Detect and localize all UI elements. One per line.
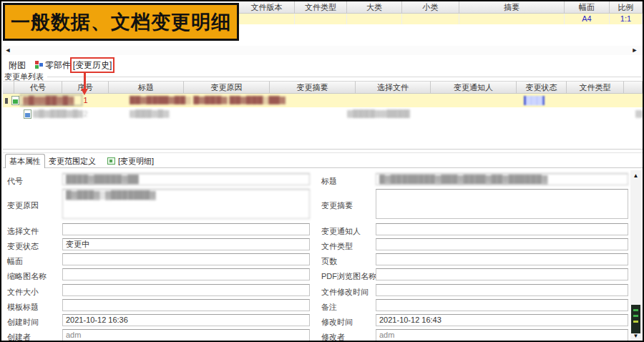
document-icon xyxy=(11,96,19,105)
col-major-class[interactable]: 大类 xyxy=(347,1,402,14)
title-input[interactable]: █▓████████▓███▓████▓██▓██████▓ xyxy=(376,173,628,185)
thumbnail-name-input[interactable] xyxy=(62,268,310,280)
horizontal-scrollbar[interactable]: ◄ ► xyxy=(3,46,643,55)
table-row[interactable]: ▓█▓▓██▓█▓ 1 ██▓████▓██▒ █▓███▓ ██▓███▒██… xyxy=(3,94,643,107)
scroll-left-icon[interactable]: ◄ xyxy=(3,46,13,55)
scroll-down-icon[interactable]: ▼ xyxy=(630,332,641,341)
tab-attachment[interactable]: 附图 xyxy=(9,59,26,72)
app-window: 文件版本 文件类型 大类 小类 摘要 幅面 比例 A4 1:1 一般数据、文档变… xyxy=(0,0,644,342)
document-icon xyxy=(24,109,31,119)
tab-parts[interactable]: 零部件 xyxy=(45,59,71,72)
format-input[interactable] xyxy=(62,253,310,265)
tab-change-detail[interactable]: [变更明细] xyxy=(118,156,154,167)
col-scale[interactable]: 比例 xyxy=(610,1,643,14)
change-summary-textarea[interactable] xyxy=(376,189,628,219)
selected-file-input[interactable] xyxy=(62,223,310,235)
col-change-status[interactable]: 变更状态 xyxy=(517,81,567,94)
panel-divider xyxy=(3,149,643,150)
change-reason-textarea[interactable]: █▓███▓▒▓███████▓ xyxy=(62,189,310,219)
parts-icon xyxy=(35,61,44,69)
page-count-input[interactable] xyxy=(376,253,628,265)
tab-change-scope[interactable]: 变更范围定义 xyxy=(49,156,96,167)
col-file-type[interactable]: 文件类型 xyxy=(567,81,624,94)
annotation-banner: 一般数据、文档变更明细 xyxy=(3,3,239,41)
cell-seq: 2 xyxy=(62,109,109,118)
file-modified-time-input[interactable] xyxy=(376,284,628,296)
template-title-input[interactable] xyxy=(62,299,310,311)
col-minor-class[interactable]: 小类 xyxy=(402,1,459,14)
document-attributes-row[interactable]: A4 1:1 xyxy=(239,14,643,24)
cell-file: ▓████▓▓█████▓ xyxy=(347,109,410,118)
col-file-type[interactable]: 文件类型 xyxy=(295,1,347,14)
col-title[interactable]: 标题 xyxy=(109,81,184,94)
annotation-arrowhead-icon xyxy=(81,89,88,95)
cell-status: ███ xyxy=(524,96,545,105)
code-input[interactable]: ████▓█████▓██ xyxy=(62,173,310,185)
cell-file-type: ▓▓ xyxy=(635,109,643,118)
col-notify-person[interactable]: 变更通知人 xyxy=(431,81,517,94)
change-detail-icon xyxy=(107,157,115,165)
col-file-version[interactable]: 文件版本 xyxy=(239,1,295,14)
col-selected-file[interactable]: 选择文件 xyxy=(356,81,431,94)
scroll-right-icon[interactable]: ► xyxy=(630,46,640,55)
creator-input[interactable]: adm xyxy=(62,329,310,341)
modify-time-input[interactable]: 2021-10-12 16:43 xyxy=(376,314,628,326)
file-type-input[interactable] xyxy=(376,238,628,250)
view-tabs: 附图 零部件 [变更历史] xyxy=(3,57,643,73)
scroll-up-icon[interactable]: ▲ xyxy=(630,172,641,180)
cell-title: ██▓████▓██▒ █▓███▓ ██▓███▒██▓ xyxy=(130,96,313,104)
tab-change-history[interactable]: [变更历史] xyxy=(70,57,114,73)
table-row[interactable]: ▓█▓███▓█▓ 2 ▓███▓█▓ ▓████▓▓█████▓ ▓▓ xyxy=(3,107,643,121)
col-summary[interactable]: 摘要 xyxy=(459,1,565,14)
notify-person-input[interactable] xyxy=(376,223,628,235)
group-divider xyxy=(47,77,641,77)
change-order-header: 代号 序号 标题 变更原因 变更摘要 选择文件 变更通知人 变更状态 文件类型 xyxy=(3,81,643,94)
file-size-input[interactable] xyxy=(62,284,310,296)
format-value: A4 xyxy=(565,14,610,24)
change-order-table: 代号 序号 标题 变更原因 变更摘要 选择文件 变更通知人 变更状态 文件类型 … xyxy=(3,81,643,121)
col-change-summary[interactable]: 变更摘要 xyxy=(270,81,356,94)
change-status-input[interactable]: 变更中 xyxy=(62,238,310,250)
annotation-arrow xyxy=(84,72,86,89)
modifier-input[interactable]: adm xyxy=(376,329,628,341)
document-attributes-header: 文件版本 文件类型 大类 小类 摘要 幅面 比例 xyxy=(239,1,643,14)
detail-tabs: 基本属性 变更范围定义 [变更明细] xyxy=(3,153,643,168)
col-code[interactable]: 代号 xyxy=(14,81,62,94)
vertical-scrollbar[interactable]: ▲ ▼ xyxy=(630,170,641,341)
tab-basic-attributes[interactable]: 基本属性 xyxy=(5,154,45,168)
col-change-reason[interactable]: 变更原因 xyxy=(184,81,270,94)
create-time-input[interactable]: 2021-10-12 16:36 xyxy=(62,314,310,326)
cell-title: ▓███▓█▓ xyxy=(130,109,177,118)
tabstrip-line xyxy=(3,167,643,168)
remark-input[interactable] xyxy=(376,299,628,311)
scale-value: 1:1 xyxy=(610,14,643,24)
cell-seq: 1 xyxy=(62,96,109,104)
scrollbar-thumb[interactable] xyxy=(631,305,640,333)
col-format[interactable]: 幅面 xyxy=(565,1,610,14)
pdf-preview-name-input[interactable] xyxy=(376,268,628,280)
row-selected-marker xyxy=(5,98,8,104)
document-attributes-table: 文件版本 文件类型 大类 小类 摘要 幅面 比例 A4 1:1 xyxy=(239,1,643,24)
